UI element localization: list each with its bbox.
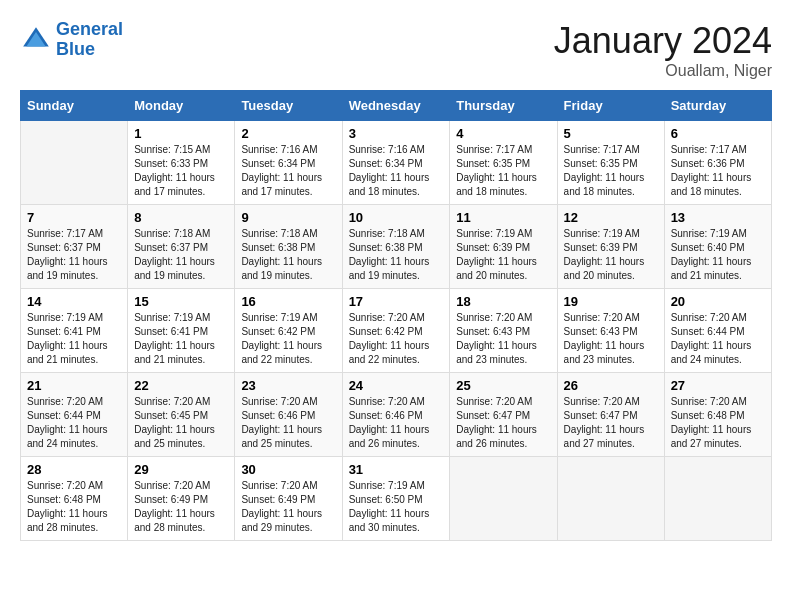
calendar-cell: 9 Sunrise: 7:18 AM Sunset: 6:38 PM Dayli…: [235, 205, 342, 289]
logo: General Blue: [20, 20, 123, 60]
day-info: Sunrise: 7:20 AM Sunset: 6:44 PM Dayligh…: [27, 395, 121, 451]
weekday-header: Tuesday: [235, 91, 342, 121]
page-header: General Blue January 2024 Ouallam, Niger: [20, 20, 772, 80]
day-number: 14: [27, 294, 121, 309]
day-info: Sunrise: 7:20 AM Sunset: 6:46 PM Dayligh…: [241, 395, 335, 451]
calendar-cell: 4 Sunrise: 7:17 AM Sunset: 6:35 PM Dayli…: [450, 121, 557, 205]
calendar-cell: 17 Sunrise: 7:20 AM Sunset: 6:42 PM Dayl…: [342, 289, 450, 373]
calendar-week-row: 28 Sunrise: 7:20 AM Sunset: 6:48 PM Dayl…: [21, 457, 772, 541]
day-info: Sunrise: 7:20 AM Sunset: 6:45 PM Dayligh…: [134, 395, 228, 451]
calendar-cell: 5 Sunrise: 7:17 AM Sunset: 6:35 PM Dayli…: [557, 121, 664, 205]
calendar-week-row: 7 Sunrise: 7:17 AM Sunset: 6:37 PM Dayli…: [21, 205, 772, 289]
calendar-table: SundayMondayTuesdayWednesdayThursdayFrid…: [20, 90, 772, 541]
logo-icon: [20, 24, 52, 56]
day-number: 13: [671, 210, 765, 225]
day-info: Sunrise: 7:17 AM Sunset: 6:37 PM Dayligh…: [27, 227, 121, 283]
day-info: Sunrise: 7:18 AM Sunset: 6:38 PM Dayligh…: [349, 227, 444, 283]
day-info: Sunrise: 7:20 AM Sunset: 6:48 PM Dayligh…: [27, 479, 121, 535]
day-number: 16: [241, 294, 335, 309]
day-number: 9: [241, 210, 335, 225]
day-info: Sunrise: 7:20 AM Sunset: 6:43 PM Dayligh…: [564, 311, 658, 367]
day-number: 28: [27, 462, 121, 477]
calendar-week-row: 14 Sunrise: 7:19 AM Sunset: 6:41 PM Dayl…: [21, 289, 772, 373]
day-info: Sunrise: 7:19 AM Sunset: 6:50 PM Dayligh…: [349, 479, 444, 535]
calendar-cell: 13 Sunrise: 7:19 AM Sunset: 6:40 PM Dayl…: [664, 205, 771, 289]
day-number: 22: [134, 378, 228, 393]
day-info: Sunrise: 7:19 AM Sunset: 6:41 PM Dayligh…: [134, 311, 228, 367]
calendar-cell: [664, 457, 771, 541]
day-info: Sunrise: 7:20 AM Sunset: 6:43 PM Dayligh…: [456, 311, 550, 367]
day-number: 18: [456, 294, 550, 309]
day-info: Sunrise: 7:18 AM Sunset: 6:38 PM Dayligh…: [241, 227, 335, 283]
day-number: 20: [671, 294, 765, 309]
calendar-cell: 18 Sunrise: 7:20 AM Sunset: 6:43 PM Dayl…: [450, 289, 557, 373]
day-number: 15: [134, 294, 228, 309]
calendar-header-row: SundayMondayTuesdayWednesdayThursdayFrid…: [21, 91, 772, 121]
day-info: Sunrise: 7:19 AM Sunset: 6:42 PM Dayligh…: [241, 311, 335, 367]
calendar-cell: 22 Sunrise: 7:20 AM Sunset: 6:45 PM Dayl…: [128, 373, 235, 457]
calendar-cell: 31 Sunrise: 7:19 AM Sunset: 6:50 PM Dayl…: [342, 457, 450, 541]
calendar-cell: 30 Sunrise: 7:20 AM Sunset: 6:49 PM Dayl…: [235, 457, 342, 541]
day-number: 1: [134, 126, 228, 141]
month-year-title: January 2024: [554, 20, 772, 62]
day-number: 2: [241, 126, 335, 141]
calendar-cell: [450, 457, 557, 541]
calendar-cell: 12 Sunrise: 7:19 AM Sunset: 6:39 PM Dayl…: [557, 205, 664, 289]
calendar-cell: 27 Sunrise: 7:20 AM Sunset: 6:48 PM Dayl…: [664, 373, 771, 457]
day-number: 12: [564, 210, 658, 225]
day-number: 19: [564, 294, 658, 309]
calendar-cell: 26 Sunrise: 7:20 AM Sunset: 6:47 PM Dayl…: [557, 373, 664, 457]
day-info: Sunrise: 7:20 AM Sunset: 6:48 PM Dayligh…: [671, 395, 765, 451]
title-block: January 2024 Ouallam, Niger: [554, 20, 772, 80]
weekday-header: Wednesday: [342, 91, 450, 121]
day-info: Sunrise: 7:20 AM Sunset: 6:44 PM Dayligh…: [671, 311, 765, 367]
day-info: Sunrise: 7:20 AM Sunset: 6:49 PM Dayligh…: [134, 479, 228, 535]
weekday-header: Thursday: [450, 91, 557, 121]
day-number: 5: [564, 126, 658, 141]
calendar-cell: 16 Sunrise: 7:19 AM Sunset: 6:42 PM Dayl…: [235, 289, 342, 373]
weekday-header: Friday: [557, 91, 664, 121]
calendar-cell: 23 Sunrise: 7:20 AM Sunset: 6:46 PM Dayl…: [235, 373, 342, 457]
day-info: Sunrise: 7:15 AM Sunset: 6:33 PM Dayligh…: [134, 143, 228, 199]
day-number: 26: [564, 378, 658, 393]
weekday-header: Sunday: [21, 91, 128, 121]
calendar-cell: 6 Sunrise: 7:17 AM Sunset: 6:36 PM Dayli…: [664, 121, 771, 205]
day-number: 25: [456, 378, 550, 393]
day-number: 31: [349, 462, 444, 477]
calendar-cell: 7 Sunrise: 7:17 AM Sunset: 6:37 PM Dayli…: [21, 205, 128, 289]
day-info: Sunrise: 7:19 AM Sunset: 6:41 PM Dayligh…: [27, 311, 121, 367]
calendar-cell: 11 Sunrise: 7:19 AM Sunset: 6:39 PM Dayl…: [450, 205, 557, 289]
calendar-week-row: 1 Sunrise: 7:15 AM Sunset: 6:33 PM Dayli…: [21, 121, 772, 205]
day-number: 3: [349, 126, 444, 141]
day-number: 11: [456, 210, 550, 225]
day-info: Sunrise: 7:19 AM Sunset: 6:39 PM Dayligh…: [564, 227, 658, 283]
calendar-cell: 10 Sunrise: 7:18 AM Sunset: 6:38 PM Dayl…: [342, 205, 450, 289]
day-number: 17: [349, 294, 444, 309]
day-info: Sunrise: 7:20 AM Sunset: 6:47 PM Dayligh…: [456, 395, 550, 451]
day-info: Sunrise: 7:20 AM Sunset: 6:46 PM Dayligh…: [349, 395, 444, 451]
day-number: 6: [671, 126, 765, 141]
day-number: 30: [241, 462, 335, 477]
day-info: Sunrise: 7:20 AM Sunset: 6:42 PM Dayligh…: [349, 311, 444, 367]
day-info: Sunrise: 7:17 AM Sunset: 6:35 PM Dayligh…: [564, 143, 658, 199]
calendar-cell: 1 Sunrise: 7:15 AM Sunset: 6:33 PM Dayli…: [128, 121, 235, 205]
calendar-cell: 8 Sunrise: 7:18 AM Sunset: 6:37 PM Dayli…: [128, 205, 235, 289]
calendar-cell: 29 Sunrise: 7:20 AM Sunset: 6:49 PM Dayl…: [128, 457, 235, 541]
day-number: 29: [134, 462, 228, 477]
calendar-cell: 21 Sunrise: 7:20 AM Sunset: 6:44 PM Dayl…: [21, 373, 128, 457]
calendar-cell: 2 Sunrise: 7:16 AM Sunset: 6:34 PM Dayli…: [235, 121, 342, 205]
calendar-cell: 15 Sunrise: 7:19 AM Sunset: 6:41 PM Dayl…: [128, 289, 235, 373]
day-number: 8: [134, 210, 228, 225]
location-subtitle: Ouallam, Niger: [554, 62, 772, 80]
day-number: 4: [456, 126, 550, 141]
day-number: 21: [27, 378, 121, 393]
day-info: Sunrise: 7:20 AM Sunset: 6:47 PM Dayligh…: [564, 395, 658, 451]
calendar-week-row: 21 Sunrise: 7:20 AM Sunset: 6:44 PM Dayl…: [21, 373, 772, 457]
day-number: 23: [241, 378, 335, 393]
calendar-cell: 19 Sunrise: 7:20 AM Sunset: 6:43 PM Dayl…: [557, 289, 664, 373]
calendar-cell: 3 Sunrise: 7:16 AM Sunset: 6:34 PM Dayli…: [342, 121, 450, 205]
weekday-header: Monday: [128, 91, 235, 121]
calendar-cell: [21, 121, 128, 205]
weekday-header: Saturday: [664, 91, 771, 121]
calendar-cell: 28 Sunrise: 7:20 AM Sunset: 6:48 PM Dayl…: [21, 457, 128, 541]
